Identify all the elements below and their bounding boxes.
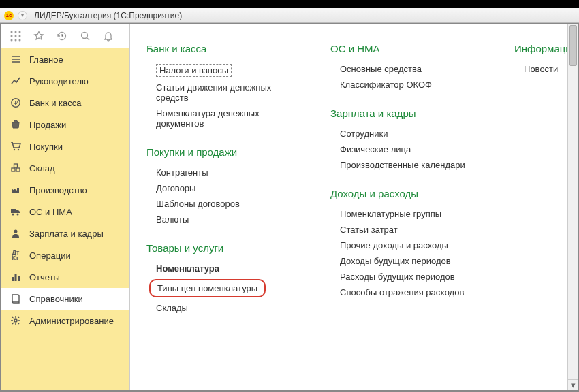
link-calendars[interactable]: Производственные календари bbox=[340, 157, 487, 173]
section-title-assets: ОС и НМА bbox=[330, 43, 487, 54]
section-title-purchase-sales: Покупки и продажи bbox=[146, 146, 303, 158]
svg-rect-22 bbox=[15, 274, 17, 281]
link-label: Налоги и взносы bbox=[156, 64, 232, 77]
link-label: Номенклатура bbox=[156, 263, 219, 274]
link-individuals[interactable]: Физические лица bbox=[340, 142, 487, 157]
window-title: ЛИДЕР/Бухгалтерия (1С:Предприятие) bbox=[34, 11, 182, 20]
svg-rect-23 bbox=[18, 276, 20, 281]
boxes-icon bbox=[10, 163, 21, 174]
sidebar-item-label: Склад bbox=[29, 163, 55, 174]
logo-1c-icon: 1c bbox=[4, 11, 14, 20]
sidebar-item-assets[interactable]: ОС и НМА bbox=[1, 201, 129, 223]
sidebar-item-bank[interactable]: ₽ Банк и касса bbox=[1, 92, 129, 114]
sidebar-item-label: Руководителю bbox=[29, 76, 89, 86]
bag-icon bbox=[10, 119, 21, 130]
browser-topbar bbox=[0, 0, 579, 8]
book-icon bbox=[10, 293, 21, 304]
highlight-box: Типы цен номенклатуры bbox=[149, 279, 266, 297]
link-employees[interactable]: Сотрудники bbox=[340, 126, 487, 142]
sidebar-item-admin[interactable]: Администрирование bbox=[1, 310, 129, 331]
sidebar-item-operations[interactable]: ДтКт Операции bbox=[1, 244, 129, 266]
column-3: Информация Новости bbox=[514, 40, 567, 374]
svg-point-9 bbox=[82, 33, 88, 39]
sidebar-item-label: Справочники bbox=[29, 294, 83, 304]
sidebar-item-label: Покупки bbox=[29, 142, 63, 152]
column-1: Банк и касса Налоги и взносы Статьи движ… bbox=[146, 40, 303, 374]
svg-point-2 bbox=[19, 31, 21, 33]
cart-icon bbox=[10, 141, 21, 152]
scrollbar-thumb[interactable] bbox=[569, 25, 577, 66]
chart-up-icon bbox=[10, 76, 21, 86]
link-expense-allocation[interactable]: Способы отражения расходов bbox=[340, 284, 487, 300]
svg-point-4 bbox=[15, 35, 17, 37]
sidebar-item-sales[interactable]: Продажи bbox=[1, 114, 129, 135]
link-label: Типы цен номенклатуры bbox=[157, 283, 257, 293]
sidebar-item-label: Зарплата и кадры bbox=[29, 229, 104, 239]
history-icon[interactable] bbox=[57, 31, 67, 42]
sidebar-item-label: Банк и касса bbox=[29, 98, 82, 108]
link-contractors[interactable]: Контрагенты bbox=[156, 165, 303, 180]
titlebar-dropdown-icon[interactable]: ▾ bbox=[18, 11, 27, 20]
svg-rect-16 bbox=[16, 168, 20, 172]
sidebar-item-label: Операции bbox=[29, 250, 71, 261]
svg-point-5 bbox=[19, 35, 21, 37]
bars-icon bbox=[10, 272, 21, 282]
svg-point-3 bbox=[11, 35, 13, 37]
link-news[interactable]: Новости bbox=[524, 61, 567, 77]
sidebar-item-main[interactable]: Главное bbox=[1, 48, 129, 70]
svg-point-0 bbox=[11, 31, 13, 33]
sidebar-item-label: ОС и НМА bbox=[29, 207, 72, 217]
sidebar-item-salary[interactable]: Зарплата и кадры bbox=[1, 223, 129, 244]
section-title-income-expense: Доходы и расходы bbox=[330, 188, 487, 199]
sidebar-item-manager[interactable]: Руководителю bbox=[1, 70, 129, 92]
scrollbar-arrow-down-icon[interactable]: ▾ bbox=[568, 379, 578, 390]
sidebar-item-reports[interactable]: Отчеты bbox=[1, 266, 129, 288]
apps-icon[interactable] bbox=[10, 31, 21, 42]
link-price-types[interactable]: Типы цен номенклатуры bbox=[156, 276, 303, 300]
link-list: Сотрудники Физические лица Производствен… bbox=[330, 126, 487, 173]
link-other-income-expense[interactable]: Прочие доходы и расходы bbox=[340, 238, 487, 253]
link-contract-templates[interactable]: Шаблоны договоров bbox=[156, 196, 303, 212]
sidebar: Главное Руководителю ₽ Банк и касса Прод… bbox=[1, 24, 130, 390]
link-okof[interactable]: Классификатор ОКОФ bbox=[340, 77, 487, 93]
nav-list: Главное Руководителю ₽ Банк и касса Прод… bbox=[1, 48, 129, 390]
svg-point-18 bbox=[12, 214, 14, 216]
truck-icon bbox=[10, 206, 21, 217]
person-icon bbox=[10, 228, 21, 239]
sidebar-item-warehouse[interactable]: Склад bbox=[1, 157, 129, 179]
link-nomenclature-groups[interactable]: Номенклатурные группы bbox=[340, 206, 487, 222]
link-list: Налоги и взносы Статьи движения денежных… bbox=[146, 61, 303, 131]
link-cost-items[interactable]: Статьи затрат bbox=[340, 222, 487, 238]
link-cash-doc-nomenclature[interactable]: Номенклатура денежных документов bbox=[156, 105, 303, 131]
svg-text:₽: ₽ bbox=[14, 100, 18, 106]
link-fixed-assets[interactable]: Основные средства bbox=[340, 61, 487, 77]
section-title-info: Информация bbox=[514, 43, 567, 54]
link-list: Номенклатура Типы цен номенклатуры Склад… bbox=[146, 261, 303, 316]
debit-credit-icon: ДтКт bbox=[10, 250, 21, 261]
svg-line-10 bbox=[87, 38, 90, 41]
main-content: Банк и касса Налоги и взносы Статьи движ… bbox=[130, 24, 567, 390]
search-icon[interactable] bbox=[80, 31, 91, 42]
bell-icon[interactable] bbox=[103, 31, 114, 42]
svg-point-8 bbox=[19, 39, 21, 42]
svg-point-14 bbox=[18, 149, 19, 150]
sidebar-item-label: Главное bbox=[29, 54, 63, 65]
link-list: Новости bbox=[514, 61, 567, 77]
svg-point-24 bbox=[14, 319, 17, 322]
sidebar-item-directories[interactable]: Справочники bbox=[1, 288, 129, 310]
link-warehouses[interactable]: Склады bbox=[156, 300, 303, 316]
link-deferred-expense[interactable]: Расходы будущих периодов bbox=[340, 269, 487, 284]
sidebar-item-label: Продажи bbox=[29, 120, 66, 130]
svg-rect-17 bbox=[14, 164, 18, 167]
link-nomenclature[interactable]: Номенклатура bbox=[156, 261, 303, 276]
link-cashflow-articles[interactable]: Статьи движения денежных средств bbox=[156, 80, 303, 105]
scrollbar-vertical[interactable]: ▾ bbox=[567, 24, 578, 390]
sidebar-item-label: Производство bbox=[29, 185, 87, 195]
sidebar-item-purchases[interactable]: Покупки bbox=[1, 135, 129, 157]
link-deferred-income[interactable]: Доходы будущих периодов bbox=[340, 253, 487, 269]
star-icon[interactable] bbox=[33, 31, 44, 42]
sidebar-item-production[interactable]: Производство bbox=[1, 179, 129, 201]
link-taxes[interactable]: Налоги и взносы bbox=[156, 61, 303, 80]
link-currencies[interactable]: Валюты bbox=[156, 212, 303, 227]
link-contracts[interactable]: Договоры bbox=[156, 180, 303, 196]
